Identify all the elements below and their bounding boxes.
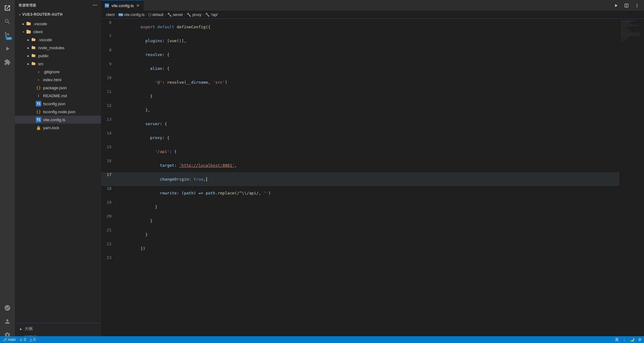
project-name: VUE3-ROUTER-AUTH: [22, 12, 63, 17]
activity-bar: 10K 1: [0, 0, 15, 343]
language-status[interactable]: 英: [615, 337, 619, 342]
folder-icon: [31, 53, 36, 58]
status-bar-left: ⎇ main ⚠ 0 △ 0: [2, 337, 35, 342]
sidebar-item-label: yarn.lock: [43, 126, 59, 130]
sidebar-item-tsconfig[interactable]: TS tsconfig.json: [15, 100, 101, 108]
warnings-status[interactable]: △ 0: [30, 337, 35, 342]
outline-label: 大纲: [25, 326, 33, 332]
code-line-19: 19 }: [101, 200, 619, 214]
breadcrumb-proxy[interactable]: 🔧 proxy: [187, 13, 201, 17]
breadcrumb-api[interactable]: 🔧 '/api': [205, 13, 218, 17]
breadcrumb-server[interactable]: 🔧 server: [167, 13, 183, 17]
folder-icon: [26, 21, 31, 26]
outline-arrow: ▶: [18, 326, 23, 331]
code-line-6: 6 export default defineConfig({: [101, 20, 619, 34]
top-bar: TS vite.config.ts ✕: [101, 0, 644, 11]
sidebar-item-vscode-root[interactable]: ▶ .vscode: [15, 20, 101, 28]
extensions-icon[interactable]: [2, 57, 13, 68]
split-editor-button[interactable]: [622, 1, 631, 10]
breadcrumb: client › TS vite.config.ts › ⬡ default ›…: [101, 11, 644, 19]
editor-area: TS vite.config.ts ✕ client › TS vite.con…: [101, 0, 644, 343]
code-editor[interactable]: 6 export default defineConfig({ 7 plugin…: [101, 19, 619, 336]
code-line-20: 20 }: [101, 214, 619, 228]
code-line-9: 9 alias: {: [101, 62, 619, 75]
tsconfig-icon: TS: [36, 101, 41, 106]
code-line-10: 10 '@': resolve(__dirname, 'src'): [101, 75, 619, 89]
html-icon: ◇: [36, 77, 41, 82]
ts-file-icon: TS: [105, 3, 109, 8]
breadcrumb-ts: TS vite.config.ts: [118, 13, 144, 17]
sidebar-item-label: src: [38, 62, 43, 66]
code-line-15: 15 '/api': {: [101, 145, 619, 158]
minimap: [619, 19, 644, 336]
sidebar-item-package-json[interactable]: {} package.json: [15, 84, 101, 92]
settings-status[interactable]: ⚙: [638, 337, 642, 342]
sidebar-item-label: .vscode: [33, 22, 47, 26]
outline-panel[interactable]: ▶ 大纲: [15, 325, 101, 333]
toolbar-right: [611, 1, 644, 10]
code-line-23: 23: [101, 255, 619, 262]
source-control-badge: 10K: [6, 37, 12, 40]
tab-close-button[interactable]: ✕: [136, 3, 140, 8]
folder-icon: [31, 45, 36, 50]
branch-status[interactable]: ⎇ main: [2, 337, 16, 342]
account-icon[interactable]: [2, 316, 13, 327]
sidebar-item-label: tsconfig.node.json: [43, 110, 75, 114]
git-icon: ⬧: [36, 69, 41, 74]
code-line-7: 7 plugins: [vue()],: [101, 34, 619, 48]
code-line-13: 13 server: {: [101, 117, 619, 131]
sidebar-item-label: package.json: [43, 86, 67, 90]
vite-ts-icon: TS: [36, 117, 41, 122]
code-line-22: 22 }): [101, 241, 619, 255]
sidebar: 资源管理器 ··· ▾ VUE3-ROUTER-AUTH ▶ .vscode ▾…: [15, 0, 101, 343]
folder-open-icon: [26, 29, 31, 34]
sidebar-item-label: .vscode: [38, 38, 52, 42]
sidebar-title: 资源管理器: [18, 3, 36, 8]
more-actions-button[interactable]: [632, 1, 642, 10]
errors-status[interactable]: ⚠ 0: [19, 337, 26, 342]
lock-icon: 🔒: [36, 125, 41, 130]
theme-status[interactable]: 🌙: [630, 337, 634, 342]
sidebar-item-label: .gitignore: [43, 70, 59, 74]
sidebar-item-yarn-lock[interactable]: 🔒 yarn.lock: [15, 124, 101, 132]
md-icon: ℹ: [36, 93, 41, 98]
code-line-18: 18 rewrite: (path) => path.replace(/^\\/…: [101, 186, 619, 200]
sidebar-menu-button[interactable]: ···: [93, 2, 97, 8]
sidebar-item-client[interactable]: ▾ client: [15, 28, 101, 36]
sidebar-item-src[interactable]: ▶ src: [15, 60, 101, 68]
code-line-8: 8 resolve: {: [101, 48, 619, 62]
run-icon[interactable]: [2, 43, 13, 54]
code-line-11: 11 }: [101, 89, 619, 103]
sidebar-header: 资源管理器 ···: [15, 0, 101, 10]
sidebar-item-label: README.md: [43, 94, 67, 98]
tab-bar: TS vite.config.ts ✕: [101, 0, 611, 11]
explorer-icon[interactable]: [2, 2, 13, 14]
sidebar-item-label: client: [33, 30, 43, 34]
sidebar-item-label: vite.config.ts: [43, 118, 65, 122]
sidebar-item-label: tsconfig.json: [43, 102, 65, 106]
search-icon[interactable]: [2, 16, 13, 27]
punctuation-status[interactable]: ；: [622, 337, 626, 342]
breadcrumb-client[interactable]: client: [106, 13, 115, 17]
code-line-21: 21 }: [101, 228, 619, 241]
code-line-17: 17 changeOrigin: true,: [101, 172, 619, 186]
sidebar-item-vscode-child[interactable]: ▶ .vscode: [15, 36, 101, 44]
sidebar-item-tsconfig-node[interactable]: {} tsconfig.node.json: [15, 108, 101, 116]
code-line-16: 16 target: 'http://localhost:8081',: [101, 158, 619, 172]
breadcrumb-default[interactable]: ⬡ default: [148, 13, 163, 17]
status-bar-right: 英 ； 🌙 ⚙: [615, 337, 642, 342]
sidebar-item-gitignore[interactable]: ⬧ .gitignore: [15, 68, 101, 76]
sidebar-item-label: public: [38, 54, 49, 58]
source-control-icon[interactable]: 10K: [2, 30, 13, 41]
project-root[interactable]: ▾ VUE3-ROUTER-AUTH: [15, 10, 101, 18]
sidebar-item-index-html[interactable]: ◇ index.html: [15, 76, 101, 84]
sidebar-item-readme[interactable]: ℹ README.md: [15, 92, 101, 100]
tab-vite-config[interactable]: TS vite.config.ts ✕: [101, 0, 144, 11]
sidebar-item-label: index.html: [43, 78, 61, 82]
sidebar-item-public[interactable]: ▶ public: [15, 52, 101, 60]
status-bar: ⎇ main ⚠ 0 △ 0 英 ； 🌙 ⚙: [0, 336, 644, 343]
sidebar-item-node-modules[interactable]: ▶ node_modules: [15, 44, 101, 52]
run-button[interactable]: [611, 1, 621, 10]
sidebar-item-vite-config[interactable]: TS vite.config.ts: [15, 116, 101, 124]
remote-icon[interactable]: [2, 302, 13, 313]
